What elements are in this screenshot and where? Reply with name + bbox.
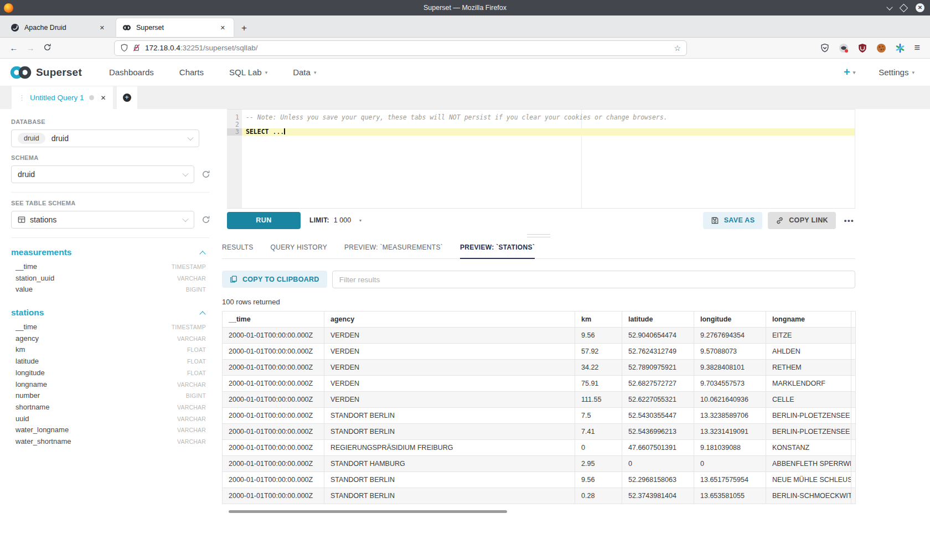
collapse-chevron-icon[interactable] <box>199 311 205 317</box>
tab-query-history[interactable]: QUERY HISTORY <box>271 243 327 258</box>
table-section-stations[interactable]: stations <box>11 308 206 318</box>
save-as-button[interactable]: SAVE AS <box>703 212 763 229</box>
table-header-row: __time agency km latitude longitude long… <box>223 312 856 328</box>
window-title: Superset — Mozilla Firefox <box>0 4 930 12</box>
brand-name[interactable]: Superset <box>36 66 82 79</box>
table-row: 2000-01-01T00:00:00.000ZSTANDORT BERLIN9… <box>223 472 856 488</box>
table-cell: STANDORT BERLIN <box>324 424 575 440</box>
window-shade-icon[interactable] <box>886 4 892 10</box>
table-cell: RETHEM <box>766 360 851 376</box>
tab-preview-measurements[interactable]: PREVIEW: `MEASUREMENTS` <box>344 243 443 258</box>
table-cell: 7.5 <box>575 408 622 424</box>
asterisk-extension-icon[interactable] <box>895 43 905 53</box>
table-cell: 9.2767694354 <box>694 328 766 344</box>
pane-resize-handle[interactable] <box>222 232 855 240</box>
column-header[interactable]: longitude <box>694 312 766 328</box>
menu-hamburger-icon[interactable]: ≡ <box>914 42 920 54</box>
table-cell: 52.5436996213 <box>622 424 694 440</box>
scrollbar-gutter <box>851 456 856 472</box>
settings-menu[interactable]: Settings▾ <box>879 68 914 77</box>
column-header[interactable]: agency <box>324 312 575 328</box>
reload-button[interactable] <box>39 42 55 55</box>
more-options-button[interactable]: ••• <box>844 216 854 225</box>
url-bar[interactable]: 172.18.0.4:32251/superset/sqllab/ ☆ <box>114 40 687 56</box>
column-name: water_longname <box>16 426 69 434</box>
new-tab-button[interactable]: + <box>234 23 254 37</box>
table-cell: 2000-01-01T00:00:00.000Z <box>223 408 324 424</box>
table-cell: 52.3743981404 <box>622 488 694 504</box>
query-tab-close-icon[interactable]: ✕ <box>101 94 106 102</box>
column-header[interactable]: km <box>575 312 622 328</box>
copy-link-button[interactable]: COPY LINK <box>768 212 836 229</box>
table-section-measurements[interactable]: measurements <box>11 247 206 257</box>
cookie-extension-icon[interactable] <box>876 43 886 53</box>
back-button[interactable]: ← <box>6 42 22 54</box>
ublock-icon[interactable] <box>857 43 867 53</box>
tracking-shield-icon[interactable] <box>120 44 128 52</box>
collapse-chevron-icon[interactable] <box>199 251 205 257</box>
column-row: shortnameVARCHAR <box>11 403 206 414</box>
column-type: VARCHAR <box>177 438 206 445</box>
copy-to-clipboard-button[interactable]: COPY TO CLIPBOARD <box>222 271 327 288</box>
insecure-lock-icon[interactable] <box>132 44 141 52</box>
horizontal-scrollbar[interactable] <box>222 510 855 514</box>
window-close-button[interactable]: ✕ <box>916 3 924 12</box>
run-button[interactable]: RUN <box>227 212 301 229</box>
schema-label: SCHEMA <box>11 154 210 161</box>
column-header[interactable]: longname <box>766 312 851 328</box>
nav-label: Dashboards <box>109 68 154 77</box>
pocket-shield-icon[interactable] <box>820 43 830 53</box>
column-row: water_longnameVARCHAR <box>11 426 206 437</box>
limit-dropdown[interactable]: LIMIT: 1 000 ▾ <box>309 216 361 224</box>
tab-results[interactable]: RESULTS <box>222 243 254 258</box>
save-icon <box>711 216 719 225</box>
refresh-schema-icon[interactable] <box>202 170 210 179</box>
nav-charts[interactable]: Charts <box>167 68 216 77</box>
browser-tab-druid[interactable]: Apache Druid ✕ <box>4 18 113 37</box>
text-cursor <box>284 128 285 134</box>
column-header[interactable]: __time <box>223 312 324 328</box>
column-name: __time <box>16 323 37 331</box>
table-select[interactable]: stations <box>11 211 194 229</box>
nav-data[interactable]: Data▾ <box>280 68 329 77</box>
sql-keyword: SELECT <box>246 128 269 136</box>
tab-close-icon[interactable]: ✕ <box>97 23 107 33</box>
filter-results-input[interactable] <box>332 271 855 288</box>
table-cell: STANDORT HAMBURG <box>324 456 575 472</box>
new-item-button[interactable]: +▾ <box>844 66 855 79</box>
forward-button[interactable]: → <box>22 42 39 54</box>
sql-code <box>242 121 855 128</box>
database-select[interactable]: druid druid <box>11 129 199 147</box>
table-cell: BERLIN-SCHMOECKWITZ <box>766 488 851 504</box>
nav-label: SQL Lab <box>229 68 262 77</box>
scrollbar-thumb[interactable] <box>229 510 507 513</box>
column-name: latitude <box>16 357 39 365</box>
scrollbar-gutter <box>851 440 856 456</box>
schema-select[interactable]: druid <box>11 165 194 183</box>
table-cell: 2.95 <box>575 456 622 472</box>
nav-label: Charts <box>179 68 204 77</box>
refresh-table-icon[interactable] <box>202 215 210 224</box>
table-row: 2000-01-01T00:00:00.000ZSTANDORT BERLIN7… <box>223 408 856 424</box>
containers-extension-icon[interactable] <box>839 43 849 53</box>
drag-handle-icon[interactable]: ⋮ <box>18 94 24 102</box>
column-type: FLOAT <box>187 370 206 376</box>
nav-dashboards[interactable]: Dashboards <box>96 68 167 77</box>
query-tab-active[interactable]: ⋮ Untitled Query 1 ✕ <box>12 86 113 109</box>
bookmark-star-icon[interactable]: ☆ <box>674 44 681 53</box>
window-maximize-button[interactable] <box>900 3 908 12</box>
column-header[interactable]: latitude <box>622 312 694 328</box>
browser-tab-superset[interactable]: Superset ✕ <box>116 18 234 37</box>
tab-close-icon[interactable]: ✕ <box>218 23 228 33</box>
table-cell: 52.6227055321 <box>622 392 694 408</box>
tab-preview-stations[interactable]: PREVIEW: `STATIONS` <box>460 243 535 259</box>
nav-sql-lab[interactable]: SQL Lab▾ <box>216 68 280 77</box>
add-query-tab-button[interactable]: + <box>117 86 137 109</box>
scrollbar-gutter <box>851 472 856 488</box>
table-cell: STANDORT BERLIN <box>324 472 575 488</box>
druid-favicon <box>11 23 19 32</box>
sql-editor[interactable]: 1 -- Note: Unless you save your query, t… <box>227 109 855 208</box>
column-name: agency <box>16 334 39 343</box>
table-cell: 57.92 <box>575 344 622 360</box>
table-cell: 9.7034557573 <box>694 376 766 392</box>
